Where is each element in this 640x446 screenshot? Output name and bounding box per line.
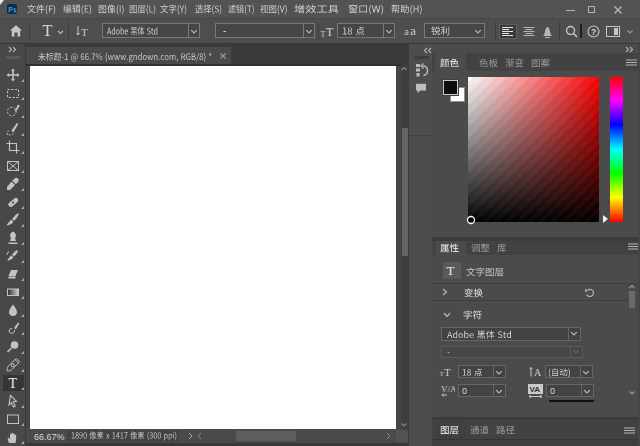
svg-text:?: ? <box>591 27 596 37</box>
svg-text:A: A <box>534 367 542 378</box>
svg-text:T: T <box>81 26 88 38</box>
svg-text:V/A: V/A <box>441 384 455 394</box>
